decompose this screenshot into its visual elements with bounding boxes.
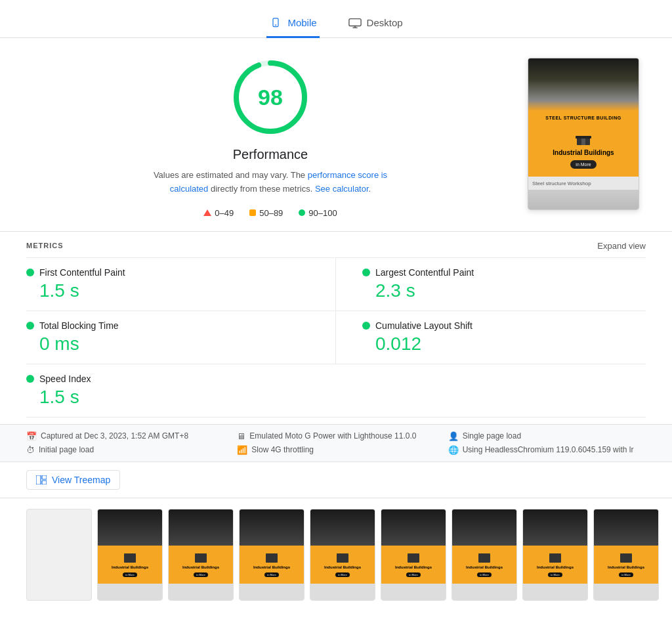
preview-label-bar: STEEL STRUCTURE BUILDING xyxy=(528,111,639,124)
preview-caption: Steel structure Workshop xyxy=(528,177,639,190)
timer-icon: ⏱ xyxy=(26,445,35,455)
user-icon: 👤 xyxy=(448,431,459,441)
info-browser-text: Using HeadlessChromium 119.0.6045.159 wi… xyxy=(463,445,634,454)
device-icon: 🖥 xyxy=(237,431,245,441)
desktop-icon xyxy=(348,18,362,28)
metrics-section: METRICS Expand view First Contentful Pai… xyxy=(0,232,672,418)
bad-icon xyxy=(203,209,211,216)
metric-si-name-row: Speed Index xyxy=(26,374,646,384)
tabs-bar: Mobile Desktop xyxy=(0,0,672,38)
metric-fcp-name: First Contentful Paint xyxy=(39,267,125,278)
info-captured-text: Captured at Dec 3, 2023, 1:52 AM GMT+8 xyxy=(41,431,188,441)
thumbnail-8: Industrial Buildings in More xyxy=(593,509,659,601)
tab-desktop-label: Desktop xyxy=(367,17,403,28)
metric-cls-name: Cumulative Layout Shift xyxy=(375,320,472,331)
score-container: 98 xyxy=(231,58,310,137)
metric-si: Speed Index 1.5 s xyxy=(26,364,646,418)
main-content: 98 Performance Values are estimated and … xyxy=(0,38,672,231)
info-single-page: 👤 Single page load xyxy=(448,431,646,441)
expand-view-button[interactable]: Expand view xyxy=(597,241,646,251)
info-bar: 📅 Captured at Dec 3, 2023, 1:52 AM GMT+8… xyxy=(0,424,672,462)
metric-fcp-dot xyxy=(26,269,34,276)
metrics-grid: First Contentful Paint 1.5 s Largest Con… xyxy=(26,257,646,364)
svg-rect-11 xyxy=(36,475,41,485)
svg-rect-10 xyxy=(581,139,585,145)
medium-range: 50–89 xyxy=(259,208,283,218)
info-captured: 📅 Captured at Dec 3, 2023, 1:52 AM GMT+8 xyxy=(26,431,224,441)
svg-rect-9 xyxy=(576,136,591,139)
legend-medium: 50–89 xyxy=(249,208,283,218)
desc-text3: . xyxy=(369,184,371,194)
preview-top xyxy=(528,58,639,111)
metric-tbt-name-row: Total Blocking Time xyxy=(26,320,309,331)
metric-tbt-dot xyxy=(26,322,34,330)
info-initial-load: ⏱ Initial page load xyxy=(26,445,224,455)
info-throttling: 📶 Slow 4G throttling xyxy=(237,445,434,455)
good-icon xyxy=(299,209,305,216)
info-single-page-text: Single page load xyxy=(463,431,521,441)
metric-fcp-value: 1.5 s xyxy=(26,280,309,301)
metric-tbt-value: 0 ms xyxy=(26,334,309,355)
metric-lcp-name-row: Largest Contentful Paint xyxy=(362,267,646,278)
caption-text: Steel structure Workshop xyxy=(532,181,591,186)
preview-mid: Industrial Buildings in More xyxy=(528,124,639,177)
metric-lcp-name: Largest Contentful Paint xyxy=(375,267,474,278)
svg-rect-13 xyxy=(42,481,47,485)
metric-si-value: 1.5 s xyxy=(26,387,646,408)
metric-lcp-value: 2.3 s xyxy=(362,280,646,301)
thumbnails-section: Industrial Buildings in More Industrial … xyxy=(0,498,672,611)
preview-title-text: STEEL STRUCTURE BUILDING xyxy=(545,116,621,120)
metrics-label: METRICS xyxy=(26,242,64,249)
thumbnail-2: Industrial Buildings in More xyxy=(168,509,234,601)
desc-text2: directly from these metrics. xyxy=(211,184,312,194)
svg-rect-12 xyxy=(42,475,47,479)
tab-desktop[interactable]: Desktop xyxy=(346,11,406,38)
svg-rect-2 xyxy=(348,18,360,26)
thumbnail-0 xyxy=(26,509,92,601)
legend: 0–49 50–89 90–100 xyxy=(203,208,337,218)
metric-lcp: Largest Contentful Paint 2.3 s xyxy=(336,257,646,311)
globe-icon: 🌐 xyxy=(448,445,459,455)
metric-cls-value: 0.012 xyxy=(362,334,646,355)
info-throttling-text: Slow 4G throttling xyxy=(251,445,314,454)
performance-title: Performance xyxy=(233,147,308,162)
info-emulated: 🖥 Emulated Moto G Power with Lighthouse … xyxy=(237,431,434,441)
metric-si-name: Speed Index xyxy=(39,374,91,384)
preview-bot xyxy=(528,190,639,209)
preview-more-btn: in More xyxy=(570,160,596,169)
info-initial-load-text: Initial page load xyxy=(39,445,94,454)
preview-image: STEEL STRUCTURE BUILDING Industrial Buil… xyxy=(528,58,639,210)
thumbnail-1: Industrial Buildings in More xyxy=(97,509,163,601)
see-calculator-link[interactable]: See calculator xyxy=(315,184,369,194)
thumbnail-5: Industrial Buildings in More xyxy=(381,509,446,601)
score-value: 98 xyxy=(258,85,283,110)
metric-cls-name-row: Cumulative Layout Shift xyxy=(362,320,646,331)
treemap-icon xyxy=(36,475,47,485)
thumbnail-3: Industrial Buildings in More xyxy=(239,509,304,601)
metric-tbt: Total Blocking Time 0 ms xyxy=(26,311,336,364)
info-emulated-text: Emulated Moto G Power with Lighthouse 11… xyxy=(249,431,416,441)
tab-mobile[interactable]: Mobile xyxy=(266,11,319,38)
mobile-icon xyxy=(269,18,282,28)
metric-tbt-name: Total Blocking Time xyxy=(39,320,119,331)
thumbnail-4: Industrial Buildings in More xyxy=(310,509,375,601)
thumbnail-7: Industrial Buildings in More xyxy=(522,509,588,601)
legend-bad: 0–49 xyxy=(203,208,234,218)
metric-cls-dot xyxy=(362,322,370,330)
left-panel: 98 Performance Values are estimated and … xyxy=(26,58,514,218)
good-range: 90–100 xyxy=(308,208,337,218)
legend-good: 90–100 xyxy=(299,208,337,218)
medium-icon xyxy=(249,209,256,216)
info-browser: 🌐 Using HeadlessChromium 119.0.6045.159 … xyxy=(448,445,646,455)
tab-mobile-label: Mobile xyxy=(287,17,316,28)
building-icon xyxy=(576,132,591,145)
view-treemap-button[interactable]: View Treemap xyxy=(26,470,120,490)
treemap-section: View Treemap xyxy=(0,462,672,498)
metric-lcp-dot xyxy=(362,269,370,276)
thumbnail-6: Industrial Buildings in More xyxy=(452,509,517,601)
calendar-icon: 📅 xyxy=(26,431,37,441)
metric-si-dot xyxy=(26,375,34,383)
desc-text1: Values are estimated and may vary. The xyxy=(154,170,305,180)
bad-range: 0–49 xyxy=(215,208,234,218)
metrics-header: METRICS Expand view xyxy=(26,232,646,257)
